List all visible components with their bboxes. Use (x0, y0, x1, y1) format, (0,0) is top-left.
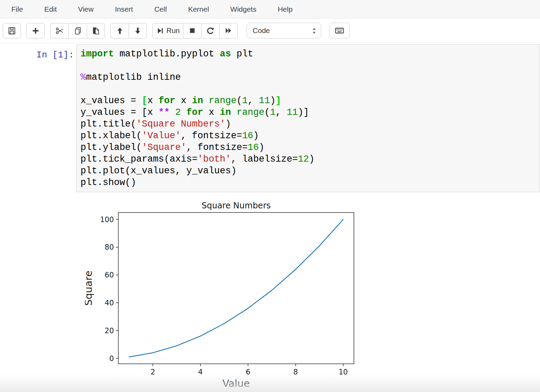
menu-item-insert[interactable]: Insert (115, 5, 133, 13)
scissors-icon (55, 26, 64, 35)
copy-icon (73, 26, 83, 35)
code-editor[interactable]: import matplotlib.pyplot as plt %matplot… (76, 44, 540, 192)
arrow-down-icon (133, 26, 142, 35)
code-line: plt.xlabel('Value', fontsize=16) (80, 130, 538, 142)
restart-kernel-button[interactable] (201, 23, 219, 39)
y-tick-label: 40 (105, 299, 114, 307)
run-cell-button[interactable]: Run (152, 23, 183, 39)
fast-forward-icon (224, 26, 233, 35)
step-forward-icon (156, 26, 164, 35)
restart-run-all-button[interactable] (219, 23, 238, 39)
jupyter-notebook-window: FileEditViewInsertCellKernelWidgetsHelp … (0, 0, 540, 392)
copy-cell-button[interactable] (68, 23, 87, 39)
toolbar-button-group (26, 23, 45, 39)
interrupt-kernel-button[interactable] (183, 23, 201, 39)
menu-bar: FileEditViewInsertCellKernelWidgetsHelp (0, 0, 540, 19)
chart-title: Square Numbers (202, 201, 271, 210)
save-icon (7, 26, 17, 35)
code-line: y_values = [x ** 2 for x in range(1, 11)… (80, 107, 538, 118)
menu-item-view[interactable]: View (78, 5, 94, 13)
x-tick-label: 6 (246, 368, 250, 376)
toolbar-button-group: Run (152, 23, 238, 39)
cut-cell-button[interactable] (50, 23, 68, 39)
plus-icon (31, 26, 40, 35)
code-line: %matplotlib inline (80, 72, 538, 83)
select-arrows-icon (310, 27, 318, 35)
code-line: x_values = [x for x in range(1, 11)] (80, 95, 538, 107)
code-line: plt.tick_params(axis='both', labelsize=1… (80, 153, 538, 165)
code-line: plt.plot(x_values, y_values) (80, 165, 538, 177)
output-area: 246810020406080100Square NumbersValueSqu… (85, 200, 540, 390)
x-tick-label: 10 (338, 368, 348, 376)
y-tick-label: 100 (100, 216, 114, 224)
menu-item-cell[interactable]: Cell (154, 5, 167, 13)
menu-item-file[interactable]: File (11, 5, 23, 13)
insert-cell-below-button[interactable] (26, 23, 45, 39)
x-tick-label: 4 (198, 368, 203, 376)
x-axis-label: Value (223, 378, 250, 389)
restart-icon (206, 26, 215, 35)
run-cell-button-label: Run (166, 26, 180, 35)
code-line: plt.show() (80, 177, 538, 188)
move-cell-down-button[interactable] (129, 23, 147, 39)
keyboard-icon (334, 25, 345, 36)
x-tick-label: 8 (293, 368, 298, 376)
stop-icon (188, 26, 197, 35)
menu-item-kernel[interactable]: Kernel (188, 5, 209, 13)
input-prompt: In [1]: (0, 44, 76, 192)
command-palette-button[interactable] (330, 23, 349, 39)
y-axis-label: Square (85, 271, 94, 306)
toolbar-button-group (3, 23, 21, 39)
y-tick-label: 20 (105, 327, 114, 335)
toolbar: RunCode (0, 19, 540, 43)
matplotlib-figure: 246810020406080100Square NumbersValueSqu… (85, 200, 367, 389)
cell-type-select[interactable]: Code (247, 23, 321, 39)
y-tick-label: 0 (109, 355, 114, 363)
arrow-up-icon (115, 26, 125, 35)
code-line: plt.title('Square Numbers') (80, 118, 538, 130)
cell-type-value: Code (253, 26, 270, 35)
y-tick-label: 60 (105, 271, 114, 279)
toolbar-button-group (50, 23, 105, 39)
axes-frame (118, 213, 354, 364)
paste-icon (91, 26, 100, 35)
code-line (80, 83, 538, 95)
menu-item-widgets[interactable]: Widgets (230, 5, 257, 13)
y-tick-label: 80 (105, 243, 114, 251)
x-tick-label: 2 (151, 368, 155, 376)
paste-cell-button[interactable] (87, 23, 105, 39)
move-cell-up-button[interactable] (110, 23, 129, 39)
code-line: import matplotlib.pyplot as plt (80, 48, 538, 60)
menu-item-edit[interactable]: Edit (44, 5, 57, 13)
menu-item-help[interactable]: Help (278, 5, 292, 13)
code-line (80, 60, 538, 72)
code-line: plt.ylabel('Square', fontsize=16) (80, 142, 538, 153)
notebook-area: In [1]: import matplotlib.pyplot as plt … (0, 43, 540, 390)
toolbar-button-group (110, 23, 147, 39)
save-notebook-button[interactable] (3, 23, 21, 39)
code-cell[interactable]: In [1]: import matplotlib.pyplot as plt … (0, 44, 540, 192)
